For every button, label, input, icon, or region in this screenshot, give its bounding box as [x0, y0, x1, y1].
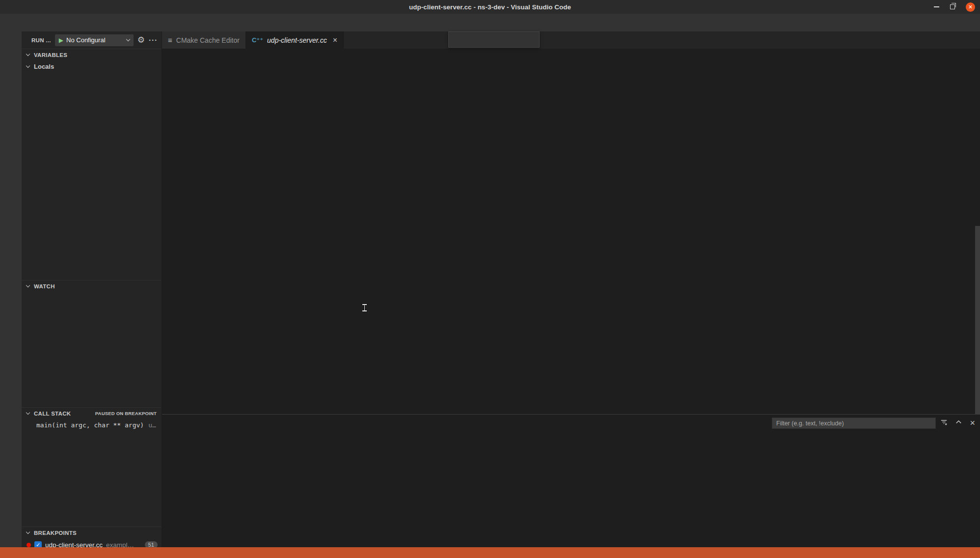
- more-actions-icon[interactable]: ···: [149, 36, 158, 44]
- chevron-down-icon: [26, 63, 30, 67]
- titlebar: udp-client-server.cc - ns-3-dev - Visual…: [0, 0, 980, 14]
- chevron-down-icon: [26, 52, 30, 56]
- editor-scrollbar[interactable]: [975, 226, 980, 414]
- chevron-down-icon: [126, 37, 130, 41]
- editor-tab-bar: ≡ CMake Cache Editor C⁺⁺ udp-client-serv…: [162, 31, 980, 49]
- variables-scope-locals[interactable]: Locals: [22, 60, 162, 72]
- chevron-down-icon: [26, 530, 30, 534]
- breakpoint-dot-icon: [27, 543, 31, 547]
- debug-settings-gear-icon[interactable]: ⚙: [137, 35, 145, 45]
- code-editor[interactable]: [162, 60, 980, 414]
- status-bar: [0, 547, 980, 558]
- call-stack-frame[interactable]: main(int argc, char ** argv) u…: [22, 419, 162, 431]
- debug-config-dropdown[interactable]: ▶ No Configural: [55, 34, 134, 46]
- close-button[interactable]: ×: [966, 2, 975, 12]
- chevron-down-icon: [26, 411, 30, 415]
- paused-status-badge: PAUSED ON BREAKPOINT: [95, 411, 157, 416]
- breakpoints-section-header[interactable]: BREAKPOINTS: [22, 527, 162, 538]
- close-tab-icon[interactable]: ×: [333, 36, 337, 45]
- console-filter-input[interactable]: Filter (e.g. text, !exclude): [772, 418, 936, 429]
- cpp-file-icon: C⁺⁺: [252, 36, 263, 44]
- maximize-button[interactable]: [950, 4, 955, 9]
- maximize-panel-icon[interactable]: [955, 418, 962, 428]
- tab-udp-client-server[interactable]: C⁺⁺ udp-client-server.cc ×: [246, 31, 344, 49]
- debug-console-output[interactable]: [162, 432, 973, 547]
- call-stack-section-header[interactable]: CALL STACK PAUSED ON BREAKPOINT: [22, 407, 162, 419]
- mouse-ibeam-cursor: [362, 303, 367, 311]
- debug-toolbar: [448, 31, 540, 48]
- minimize-button[interactable]: [934, 6, 939, 7]
- close-panel-icon[interactable]: ×: [970, 418, 975, 428]
- window-title: udp-client-server.cc - ns-3-dev - Visual…: [409, 3, 571, 11]
- watch-section-header[interactable]: WATCH: [22, 280, 162, 292]
- minimap[interactable]: [911, 60, 975, 202]
- chevron-down-icon: [26, 283, 30, 287]
- activity-bar: [0, 31, 22, 547]
- variables-section-header[interactable]: VARIABLES: [22, 49, 162, 60]
- sidebar-title: RUN ...: [31, 37, 51, 43]
- run-debug-sidebar: RUN ... ▶ No Configural ⚙ ··· VARIABLES …: [22, 31, 162, 547]
- bottom-panel: Filter (e.g. text, !exclude) ×: [162, 414, 980, 547]
- list-icon: ≡: [168, 36, 172, 44]
- clear-filter-icon[interactable]: [940, 418, 948, 428]
- start-debug-icon[interactable]: ▶: [59, 37, 63, 44]
- menubar: [0, 14, 980, 31]
- breadcrumb: [162, 49, 980, 60]
- editor-group: ≡ CMake Cache Editor C⁺⁺ udp-client-serv…: [162, 31, 980, 547]
- vscode-window: udp-client-server.cc - ns-3-dev - Visual…: [0, 0, 980, 558]
- tab-cmake-cache-editor[interactable]: ≡ CMake Cache Editor: [162, 31, 246, 49]
